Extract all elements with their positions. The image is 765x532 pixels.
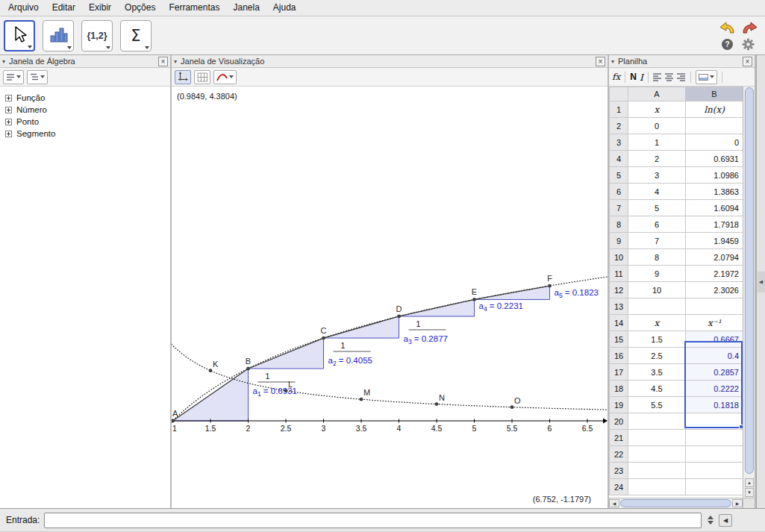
cell-A22[interactable] (628, 446, 686, 463)
cell-A13[interactable] (628, 298, 686, 315)
menu-arquivo[interactable]: Arquivo (1, 0, 46, 16)
cell-B20[interactable] (686, 413, 743, 430)
row-header-1[interactable]: 1 (610, 101, 628, 118)
cell-B24[interactable] (686, 479, 743, 495)
row-header-17[interactable]: 17 (610, 364, 628, 381)
vertical-scrollbar[interactable]: ▲ ▼ (743, 87, 755, 498)
cell-B3[interactable]: 0 (686, 134, 743, 151)
cell-A23[interactable] (628, 463, 686, 479)
tree-item-segmento[interactable]: Segmento (5, 128, 170, 140)
row-header-2[interactable]: 2 (610, 118, 628, 134)
column-header-B[interactable]: B (686, 87, 743, 101)
input-field[interactable] (44, 513, 702, 528)
cell-A18[interactable]: 4.5 (628, 381, 686, 397)
cell-A9[interactable]: 7 (628, 233, 686, 249)
menu-exibir[interactable]: Exibir (82, 0, 118, 16)
cell-A1[interactable]: x (628, 101, 686, 118)
row-header-8[interactable]: 8 (610, 216, 628, 233)
point-K[interactable] (209, 369, 213, 372)
spreadsheet-table[interactable]: AB 1xln(x)20310420.6931531.0986641.38637… (609, 87, 743, 495)
row-header-12[interactable]: 12 (610, 282, 628, 298)
cell-B22[interactable] (686, 446, 743, 463)
row-header-10[interactable]: 10 (610, 249, 628, 266)
menu-ferramentas[interactable]: Ferramentas (162, 0, 226, 16)
tree-item-função[interactable]: Função (5, 92, 170, 104)
styling-curve-button[interactable] (213, 70, 237, 84)
point-N[interactable] (435, 402, 439, 406)
analysis-tool-button[interactable] (43, 20, 74, 51)
close-icon[interactable]: × (743, 57, 752, 66)
cell-B12[interactable]: 2.3026 (686, 282, 743, 298)
expand-icon[interactable] (5, 107, 12, 113)
italic-button[interactable]: I (640, 72, 643, 83)
row-header-19[interactable]: 19 (610, 397, 628, 413)
cell-A3[interactable]: 1 (628, 134, 686, 151)
cell-A21[interactable] (628, 430, 686, 446)
cell-A4[interactable]: 2 (628, 151, 686, 167)
cell-A24[interactable] (628, 479, 686, 495)
point-C[interactable] (322, 337, 325, 340)
settings-gear-icon[interactable] (742, 38, 754, 50)
scroll-left-icon[interactable]: ◀ (609, 499, 619, 507)
cell-A19[interactable]: 5.5 (628, 397, 686, 413)
align-center-icon[interactable] (665, 73, 674, 81)
cell-A5[interactable]: 3 (628, 167, 686, 184)
cell-B17[interactable]: 0.2857 (686, 364, 743, 381)
spreadsheet-grid[interactable]: AB 1xln(x)20310420.6931531.0986641.38637… (609, 87, 743, 498)
cell-B9[interactable]: 1.9459 (686, 233, 743, 249)
row-header-13[interactable]: 13 (610, 298, 628, 315)
undo-button[interactable] (719, 22, 731, 34)
row-header-4[interactable]: 4 (610, 151, 628, 167)
align-left-icon[interactable] (653, 73, 662, 81)
row-header-6[interactable]: 6 (610, 184, 628, 200)
cell-B18[interactable]: 0.2222 (686, 381, 743, 397)
cell-A15[interactable]: 1.5 (628, 331, 686, 348)
menu-ajuda[interactable]: Ajuda (266, 0, 303, 16)
expand-icon[interactable] (5, 95, 12, 101)
panel-menu-icon[interactable]: ▾ (2, 58, 5, 65)
align-right-icon[interactable] (677, 73, 686, 81)
show-axes-button[interactable] (175, 70, 191, 84)
row-header-14[interactable]: 14 (610, 315, 628, 331)
row-header-15[interactable]: 15 (610, 331, 628, 348)
sort-mode-button[interactable] (27, 70, 48, 84)
scroll-up-icon[interactable]: ▲ (745, 478, 754, 487)
scroll-down-icon[interactable]: ▼ (745, 488, 754, 497)
row-header-9[interactable]: 9 (610, 233, 628, 249)
close-icon[interactable]: × (158, 57, 168, 66)
cell-B14[interactable]: x⁻¹ (686, 315, 743, 331)
redo-button[interactable] (742, 22, 754, 34)
cell-B13[interactable] (686, 298, 743, 315)
cell-B15[interactable]: 0.6667 (686, 331, 743, 348)
sheet-corner-cell[interactable] (610, 87, 628, 101)
input-help-toggle-button[interactable]: ◀ (719, 514, 732, 527)
point-M[interactable] (360, 398, 363, 401)
cell-B7[interactable]: 1.6094 (686, 200, 743, 216)
function-fx-button[interactable]: fx (612, 72, 620, 82)
help-button[interactable]: ? (722, 39, 733, 50)
cell-A7[interactable]: 5 (628, 200, 686, 216)
tree-item-número[interactable]: Número (5, 104, 170, 116)
cell-B11[interactable]: 2.1972 (686, 266, 743, 282)
row-header-24[interactable]: 24 (610, 479, 628, 495)
cell-B4[interactable]: 0.6931 (686, 151, 743, 167)
cell-B23[interactable] (686, 463, 743, 479)
sum-tool-button[interactable]: Σ (120, 20, 152, 51)
point-D[interactable] (397, 315, 401, 319)
cell-B10[interactable]: 2.0794 (686, 249, 743, 266)
point-O[interactable] (510, 405, 514, 409)
cell-B2[interactable] (686, 118, 743, 134)
input-history-spinner[interactable] (706, 514, 714, 526)
menu-opções[interactable]: Opções (118, 0, 162, 16)
horizontal-scroll-thumb[interactable] (620, 499, 731, 507)
row-header-16[interactable]: 16 (610, 348, 628, 364)
row-header-5[interactable]: 5 (610, 167, 628, 184)
cell-A8[interactable]: 6 (628, 216, 686, 233)
scroll-right-icon[interactable]: ▶ (732, 499, 743, 507)
cell-B21[interactable] (686, 430, 743, 446)
bold-button[interactable]: N (630, 72, 637, 82)
cell-A20[interactable] (628, 413, 686, 430)
move-tool-button[interactable] (4, 20, 35, 51)
cell-A11[interactable]: 9 (628, 266, 686, 282)
graphics-canvas[interactable]: 11.522.533.544.555.566.51a1 = 0.69311a2 … (172, 87, 608, 508)
